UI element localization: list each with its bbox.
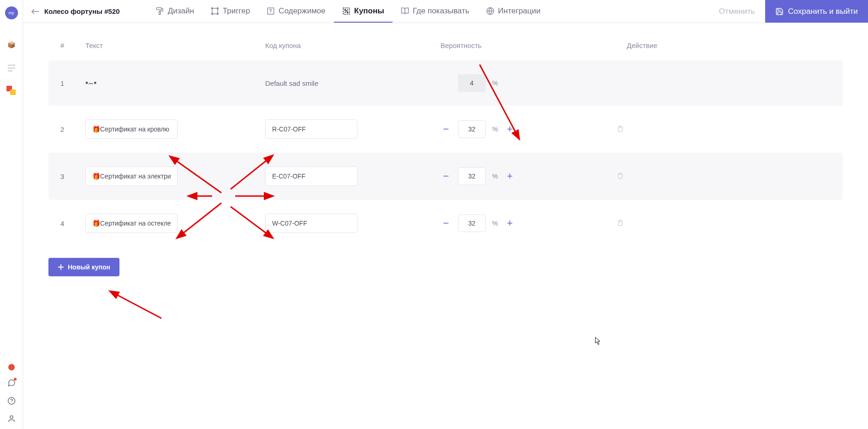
bounding-box-icon — [211, 7, 219, 15]
probability-input[interactable] — [458, 120, 486, 138]
minus-button[interactable]: − — [440, 171, 452, 182]
probability-cell: − % + — [440, 214, 579, 232]
table-row: 3 − % + — [48, 153, 843, 200]
svg-line-17 — [345, 9, 348, 13]
box-icon: 📦 — [6, 39, 17, 50]
svg-rect-2 — [8, 70, 12, 72]
delete-button[interactable] — [617, 220, 624, 227]
th-code: Код купона — [265, 42, 440, 49]
tab-label: Интеграции — [498, 6, 541, 16]
table-row: 4 − % + — [48, 200, 843, 247]
minus-button[interactable]: − — [440, 124, 452, 135]
th-text: Текст — [85, 42, 265, 49]
plus-icon — [58, 264, 64, 270]
percent-icon — [342, 7, 351, 15]
tab-trigger[interactable]: Триггер — [202, 0, 258, 23]
percent-label: % — [492, 125, 498, 133]
globe-icon — [486, 7, 494, 15]
help-icon[interactable] — [7, 397, 16, 406]
svg-rect-9 — [159, 12, 160, 14]
svg-rect-4 — [10, 89, 16, 95]
alert-dot-icon[interactable] — [8, 364, 15, 370]
coupon-code-input[interactable] — [265, 214, 357, 233]
th-probability: Вероятность — [440, 42, 579, 49]
save-button[interactable]: Сохранить и выйти — [765, 0, 868, 23]
content: # Текст Код купона Вероятность Действие … — [23, 23, 868, 429]
svg-point-7 — [10, 416, 13, 418]
svg-point-19 — [347, 12, 348, 12]
cancel-button[interactable]: Отменить — [709, 0, 765, 23]
delete-button[interactable] — [617, 173, 624, 180]
squares-icon — [6, 85, 17, 96]
row-number: 4 — [48, 220, 85, 227]
tab-label: Триггер — [223, 6, 250, 16]
tab-where[interactable]: Где показывать — [392, 0, 477, 23]
book-icon — [401, 7, 409, 15]
plus-button[interactable]: + — [504, 124, 515, 135]
topbar: Колесо фортуны #520 Дизайн Триггер Содер… — [23, 0, 868, 23]
tab-content[interactable]: Содержимое — [258, 0, 334, 23]
trash-icon — [617, 125, 624, 132]
table-row: 1 •⌢• Default sad smile % — [48, 60, 843, 106]
sidebar: my 📦 — [0, 0, 23, 429]
probability-cell: − % + — [440, 120, 579, 138]
tab-coupons[interactable]: Купоны — [334, 0, 392, 23]
table-row: 2 − % + — [48, 106, 843, 153]
svg-point-11 — [211, 7, 213, 9]
sidebar-logo[interactable]: my — [5, 6, 18, 19]
sidebar-item-squares[interactable] — [5, 84, 18, 98]
plus-button[interactable]: + — [504, 171, 515, 182]
sidebar-item-box[interactable]: 📦 — [5, 38, 18, 52]
coupon-text-input[interactable] — [85, 214, 178, 233]
delete-button[interactable] — [617, 125, 624, 133]
table-header: # Текст Код купона Вероятность Действие — [48, 37, 843, 60]
page-title: Колесо фортуны #520 — [44, 7, 120, 15]
tab-label: Дизайн — [168, 6, 194, 16]
probability-cell: % — [440, 74, 579, 92]
svg-point-12 — [217, 7, 218, 9]
svg-rect-1 — [8, 67, 15, 69]
tab-label: Содержимое — [279, 6, 326, 16]
coupon-text-input[interactable] — [85, 119, 178, 139]
coupon-table: # Текст Код купона Вероятность Действие … — [48, 37, 843, 247]
paint-roller-icon — [156, 7, 164, 15]
percent-label: % — [492, 173, 498, 180]
user-icon[interactable] — [7, 415, 16, 424]
svg-rect-8 — [156, 7, 161, 10]
trash-icon — [617, 173, 624, 179]
sad-face-icon: •⌢• — [85, 78, 265, 88]
tabs: Дизайн Триггер Содержимое Купоны Где пок… — [148, 0, 549, 23]
probability-input[interactable] — [458, 167, 486, 185]
probability-input[interactable] — [458, 214, 486, 232]
svg-rect-0 — [8, 65, 15, 66]
plus-button[interactable]: + — [504, 218, 515, 229]
th-number: # — [48, 42, 85, 49]
back-button[interactable]: Колесо фортуны #520 — [31, 7, 120, 15]
row-code-static: Default sad smile — [265, 79, 440, 87]
new-coupon-button[interactable]: Новый купон — [48, 258, 119, 276]
trash-icon — [617, 220, 624, 226]
svg-point-14 — [217, 13, 218, 14]
percent-label: % — [492, 79, 498, 87]
sidebar-item-list[interactable] — [5, 61, 18, 75]
tab-label: Купоны — [354, 6, 384, 16]
coupon-code-input[interactable] — [265, 119, 357, 139]
probability-input — [458, 74, 486, 92]
coupon-text-input[interactable] — [85, 167, 178, 186]
tab-integrations[interactable]: Интеграции — [478, 0, 549, 23]
minus-button[interactable]: − — [440, 218, 452, 229]
percent-label: % — [492, 220, 498, 227]
chat-icon[interactable] — [7, 379, 16, 388]
tab-design[interactable]: Дизайн — [148, 0, 202, 23]
arrow-left-icon — [31, 9, 40, 14]
coupon-code-input[interactable] — [265, 167, 357, 186]
tab-label: Где показывать — [413, 6, 469, 16]
save-icon — [775, 7, 784, 16]
svg-line-29 — [111, 292, 161, 318]
row-number: 2 — [48, 125, 85, 133]
probability-cell: − % + — [440, 167, 579, 185]
svg-rect-10 — [212, 8, 218, 14]
list-icon — [6, 62, 17, 73]
text-box-icon — [267, 7, 275, 15]
row-number: 1 — [48, 79, 85, 87]
